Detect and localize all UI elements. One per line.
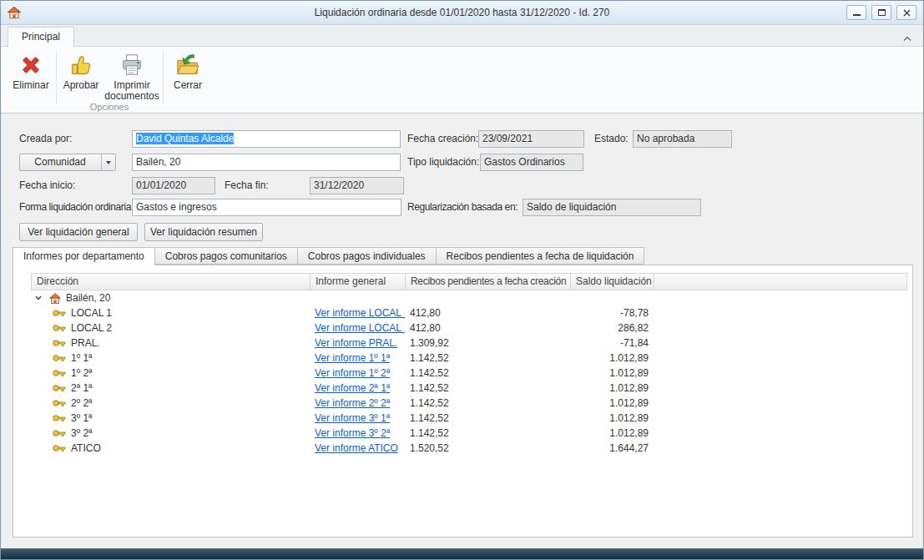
key-icon: [53, 399, 66, 407]
minimize-button[interactable]: [846, 5, 866, 20]
estado-label: Estado:: [594, 130, 629, 148]
estado-input[interactable]: No aprobada: [633, 130, 732, 148]
key-icon: [53, 384, 66, 392]
saldo-liquidacion-value: 1.012,89: [570, 366, 649, 381]
eliminar-button[interactable]: Eliminar: [8, 50, 54, 105]
ver-informe-link[interactable]: Ver informe 1º 1ª: [315, 352, 390, 364]
forma-liquidacion-label: Forma liquidación ordinaria:: [19, 199, 134, 216]
printer-icon: [119, 53, 144, 78]
table-row[interactable]: LOCAL 1 Ver informe LOCAL 1 412,80 -78,7…: [31, 305, 907, 320]
recibos-pendientes-value: 1.142,52: [410, 351, 565, 366]
table-row[interactable]: 3º 2ª Ver informe 3º 2ª 1.142,52 1.012,8…: [31, 426, 907, 441]
key-icon: [53, 339, 66, 347]
report-tabs: Informes por departamento Cobros pagos c…: [13, 247, 644, 265]
ver-informe-link[interactable]: Ver informe ATICO: [315, 442, 398, 454]
window: Liquidación ordinaria desde 01/01/2020 h…: [0, 0, 924, 560]
ver-informe-link[interactable]: Ver informe 1º 2ª: [315, 367, 390, 379]
window-title: Liquidación ordinaria desde 01/01/2020 h…: [93, 1, 831, 25]
caption-buttons: [846, 5, 916, 20]
saldo-liquidacion-value: 1.012,89: [570, 381, 649, 396]
ribbon-collapse-button[interactable]: [903, 33, 911, 44]
tab-recibos-pendientes[interactable]: Recibos pendientes a fecha de liquidació…: [436, 247, 645, 265]
tab-principal[interactable]: Principal: [8, 27, 74, 47]
key-icon: [53, 324, 66, 332]
tipo-liquidacion-label: Tipo liquidación:: [407, 154, 479, 171]
column-header-direccion[interactable]: Dirección: [31, 273, 311, 290]
fecha-fin-input[interactable]: 31/12/2020: [310, 177, 404, 194]
table-row[interactable]: 1º 2ª Ver informe 1º 2ª 1.142,52 1.012,8…: [31, 366, 907, 381]
close-icon: [903, 9, 911, 17]
fecha-creacion-input[interactable]: 23/09/2021: [478, 130, 584, 148]
ver-informe-link[interactable]: Ver informe LOCAL 1: [315, 307, 405, 319]
department-name: 3º 2ª: [71, 426, 93, 441]
tipo-liquidacion-input[interactable]: Gastos Ordinarios: [480, 154, 583, 171]
ver-informe-link[interactable]: Ver informe 2º 2ª: [315, 397, 390, 409]
chevron-up-icon: [903, 36, 911, 42]
recibos-pendientes-value: 1.142,52: [410, 381, 565, 396]
comunidad-dropdown-button[interactable]: Comunidad: [19, 154, 116, 171]
building-icon: [49, 293, 61, 304]
table-row[interactable]: LOCAL 2 Ver informe LOCAL 2 412,80 286,8…: [31, 320, 907, 335]
minimize-icon: [853, 14, 861, 16]
fecha-inicio-input[interactable]: 01/01/2020: [132, 177, 215, 194]
comunidad-input[interactable]: Bailén, 20: [132, 154, 401, 171]
table-row[interactable]: PRAL. Ver informe PRAL. 1.309,92 -71,84: [31, 335, 907, 351]
ver-informe-link[interactable]: Ver informe 2ª 1ª: [315, 382, 390, 394]
saldo-liquidacion-value: -71,84: [570, 335, 649, 351]
app-icon: [8, 6, 21, 19]
fecha-inicio-label: Fecha inicio:: [19, 177, 75, 194]
recibos-pendientes-value: 412,80: [410, 320, 565, 335]
maximize-button[interactable]: [871, 5, 891, 20]
column-header-saldo-liquidacion[interactable]: Saldo liquidación: [570, 273, 654, 290]
table-row[interactable]: 3º 1ª Ver informe 3º 1ª 1.142,52 1.012,8…: [31, 411, 907, 426]
cerrar-label: Cerrar: [174, 80, 202, 91]
forma-liquidacion-input[interactable]: Gastos e ingresos: [132, 199, 401, 216]
tab-cobros-pagos-comunitarios[interactable]: Cobros pagos comunitarios: [154, 247, 298, 265]
recibos-pendientes-value: 1.309,92: [410, 335, 565, 351]
key-icon: [53, 354, 66, 362]
key-icon: [53, 444, 66, 452]
regularizacion-input[interactable]: Saldo de liquidación: [523, 199, 701, 216]
ver-liquidacion-general-button[interactable]: Ver liquidación general: [19, 223, 138, 241]
ver-informe-link[interactable]: Ver informe 3º 2ª: [315, 427, 390, 439]
ver-informe-link[interactable]: Ver informe LOCAL 2: [315, 322, 405, 334]
key-icon: [53, 414, 66, 422]
key-icon: [53, 369, 66, 377]
aprobar-button[interactable]: Aprobar: [59, 50, 103, 105]
ver-liquidacion-resumen-button[interactable]: Ver liquidación resumen: [144, 223, 263, 241]
tab-informes-por-departamento[interactable]: Informes por departamento: [13, 247, 155, 265]
saldo-liquidacion-value: 1.644,27: [570, 441, 649, 456]
table-row[interactable]: 2ª 1ª Ver informe 2ª 1ª 1.142,52 1.012,8…: [31, 381, 907, 396]
column-header-filler: [654, 273, 907, 290]
saldo-liquidacion-value: -78,78: [570, 305, 649, 320]
department-name: 2ª 1ª: [71, 381, 93, 396]
cerrar-button[interactable]: Cerrar: [166, 50, 210, 105]
fecha-creacion-label: Fecha creación:: [407, 130, 478, 148]
maximize-icon: [878, 9, 886, 16]
table-row[interactable]: 1º 1ª Ver informe 1º 1ª 1.142,52 1.012,8…: [31, 351, 907, 366]
department-name: ATICO: [71, 441, 101, 456]
department-name: LOCAL 1: [71, 305, 112, 320]
aprobar-label: Aprobar: [63, 80, 99, 91]
creada-por-input[interactable]: David Quintas Alcalde: [132, 130, 401, 148]
table-row[interactable]: 2º 2ª Ver informe 2º 2ª 1.142,52 1.012,8…: [31, 396, 907, 411]
ver-informe-link[interactable]: Ver informe 3º 1ª: [315, 412, 390, 424]
saldo-liquidacion-value: 1.012,89: [570, 411, 649, 426]
column-header-recibos-pendientes[interactable]: Recibos pendientes a fecha creación: [405, 273, 571, 290]
delete-icon: [18, 53, 43, 78]
ribbon-group-label: Opciones: [54, 102, 164, 112]
department-name: 1º 2ª: [71, 366, 93, 381]
tab-cobros-pagos-individuales[interactable]: Cobros pagos individuales: [297, 247, 437, 265]
expand-collapse-icon[interactable]: [34, 294, 43, 302]
close-button[interactable]: [896, 5, 916, 20]
saldo-liquidacion-value: 286,82: [570, 320, 649, 335]
ribbon-separator: [56, 52, 57, 103]
column-header-informe-general[interactable]: Informe general: [310, 273, 406, 290]
ver-informe-link[interactable]: Ver informe PRAL.: [315, 337, 397, 349]
ribbon-separator: [163, 52, 164, 103]
department-name: LOCAL 2: [71, 320, 112, 335]
table-group-row[interactable]: Bailén, 20: [31, 290, 907, 305]
imprimir-documentos-button[interactable]: Imprimir documentos: [104, 50, 159, 105]
department-name: 3º 1ª: [71, 411, 93, 426]
table-row[interactable]: ATICO Ver informe ATICO 1.520,52 1.644,2…: [31, 441, 907, 456]
